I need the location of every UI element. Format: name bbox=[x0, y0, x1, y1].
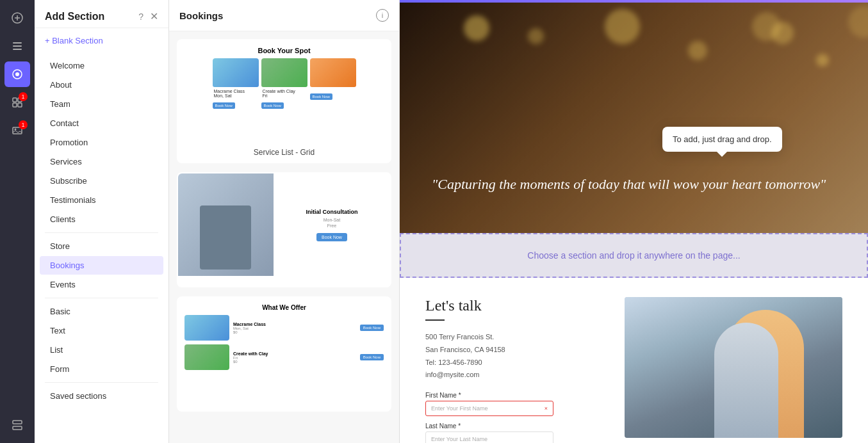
lastname-input[interactable]: Enter Your Last Name bbox=[425, 431, 553, 443]
notification-badge: 1 bbox=[19, 92, 28, 101]
design-icon[interactable] bbox=[4, 61, 30, 87]
card-preview-1: Book Your Spot Macrame Class Mon, Sat Bo… bbox=[178, 40, 390, 143]
section-card-what-we-offer[interactable]: What We Offer Macrame Class Mon, Sat $0 … bbox=[177, 296, 391, 412]
content-panel-body: Book Your Spot Macrame Class Mon, Sat Bo… bbox=[169, 31, 399, 443]
nav-saved[interactable]: Saved sections bbox=[40, 387, 163, 405]
notification-badge-2: 1 bbox=[19, 120, 28, 129]
offer-preview: What We Offer Macrame Class Mon, Sat $0 … bbox=[178, 298, 390, 400]
blank-section-button[interactable]: + Blank Section bbox=[45, 36, 158, 45]
icon-bar: 1 1 bbox=[0, 0, 35, 443]
content-panel: Bookings i Book Your Spot Macrame Class … bbox=[169, 0, 400, 443]
info-icon[interactable]: i bbox=[376, 9, 389, 22]
svg-rect-10 bbox=[13, 103, 17, 107]
offer-btn-2: Book Now bbox=[360, 354, 384, 360]
offer-price-2: $0 bbox=[233, 360, 356, 364]
card-label-2 bbox=[178, 276, 390, 286]
media-icon[interactable]: 1 bbox=[4, 118, 30, 143]
consult-duration: Mon-Sat bbox=[284, 218, 380, 222]
offer-btn-1: Book Now bbox=[360, 325, 384, 331]
book-btn-3: Book Now bbox=[310, 93, 332, 100]
book-title: Book Your Spot bbox=[184, 47, 384, 54]
svg-rect-3 bbox=[13, 42, 22, 44]
offer-info-2: Create with Clay Fri $0 bbox=[233, 351, 356, 364]
book-item-date-1: Mon, Sat bbox=[213, 93, 259, 98]
add-section-header: Add Section ? ✕ bbox=[35, 0, 168, 28]
section-card-service-grid[interactable]: Book Your Spot Macrame Class Mon, Sat Bo… bbox=[177, 39, 391, 163]
add-section-title: Add Section bbox=[45, 11, 104, 22]
firstname-placeholder: Enter Your First Name bbox=[431, 405, 488, 412]
nav-welcome[interactable]: Welcome bbox=[40, 56, 163, 75]
offer-row-1: Macrame Class Mon, Sat $0 Book Now bbox=[184, 315, 384, 341]
lastname-placeholder: Enter Your Last Name bbox=[431, 436, 487, 442]
drop-zone[interactable]: Choose a section and drop it anywhere on… bbox=[400, 233, 868, 278]
nav-bookings[interactable]: Bookings bbox=[40, 256, 163, 275]
add-section-panel: Add Section ? ✕ + Blank Section Welcome … bbox=[35, 0, 169, 443]
consult-price: Free bbox=[284, 223, 380, 228]
nav-subscribe[interactable]: Subscribe bbox=[40, 172, 163, 190]
contact-info: 500 Terry Francois St. San Francisco, CA… bbox=[425, 331, 612, 382]
nav-contact[interactable]: Contact bbox=[40, 114, 163, 133]
book-btn-2: Book Now bbox=[261, 102, 284, 109]
offer-img-1 bbox=[184, 315, 229, 341]
add-section-icon[interactable] bbox=[4, 5, 30, 31]
contact-right-image bbox=[625, 297, 842, 438]
sections-icon[interactable] bbox=[4, 412, 30, 438]
consultant-person bbox=[200, 205, 251, 270]
offer-items: Macrame Class Mon, Sat $0 Book Now Creat… bbox=[184, 315, 384, 370]
content-panel-title: Bookings bbox=[179, 10, 223, 21]
drop-zone-text: Choose a section and drop it anywhere on… bbox=[527, 250, 740, 261]
pages-icon[interactable] bbox=[4, 33, 30, 59]
tooltip: To add, just drag and drop. bbox=[662, 127, 782, 152]
contact-title: Let's talk bbox=[425, 297, 612, 314]
nav-services[interactable]: Services bbox=[40, 152, 163, 171]
close-icon[interactable]: ✕ bbox=[150, 10, 158, 22]
card-label-1: Service List - Grid bbox=[178, 143, 390, 162]
svg-rect-5 bbox=[13, 49, 22, 50]
contact-section: Let's talk 500 Terry Francois St. San Fr… bbox=[400, 278, 868, 443]
lastname-label: Last Name * bbox=[425, 423, 612, 430]
svg-rect-15 bbox=[13, 426, 22, 430]
nav-events[interactable]: Events bbox=[40, 275, 163, 294]
consultant-details: Initial Consultation Mon-Sat Free Book N… bbox=[274, 198, 390, 252]
nav-store[interactable]: Store bbox=[40, 237, 163, 255]
app-market-icon[interactable]: 1 bbox=[4, 90, 30, 115]
book-items: Macrame Class Mon, Sat Book Now Create w… bbox=[184, 58, 384, 109]
svg-point-13 bbox=[15, 129, 17, 131]
nav-form[interactable]: Form bbox=[40, 360, 163, 378]
main-preview: "Capturing the moments of today that wil… bbox=[400, 0, 868, 443]
nav-list[interactable]: List bbox=[40, 341, 163, 359]
firstname-input[interactable]: Enter Your First Name × bbox=[425, 401, 553, 416]
nav-team[interactable]: Team bbox=[40, 95, 163, 113]
card-preview-2: Initial Consultation Mon-Sat Free Book N… bbox=[178, 173, 390, 276]
svg-rect-14 bbox=[13, 421, 22, 424]
card-preview-3: What We Offer Macrame Class Mon, Sat $0 … bbox=[178, 298, 390, 400]
book-btn-1: Book Now bbox=[213, 102, 235, 109]
hero-quote: "Capturing the moments of today that wil… bbox=[432, 175, 836, 195]
book-item-3: Book Now bbox=[310, 58, 356, 109]
section-card-consultant[interactable]: Initial Consultation Mon-Sat Free Book N… bbox=[177, 172, 391, 287]
nav-clients[interactable]: Clients bbox=[40, 210, 163, 229]
offer-title: What We Offer bbox=[184, 304, 384, 311]
help-icon[interactable]: ? bbox=[138, 12, 143, 22]
book-item-date-2: Fri bbox=[261, 93, 307, 98]
consultant-img bbox=[178, 173, 274, 276]
nav-testimonials[interactable]: Testimonials bbox=[40, 191, 163, 209]
header-icons: ? ✕ bbox=[138, 10, 158, 22]
svg-rect-4 bbox=[13, 45, 22, 47]
consultant-preview: Initial Consultation Mon-Sat Free Book N… bbox=[178, 173, 390, 276]
nav-text[interactable]: Text bbox=[40, 321, 163, 340]
book-item-2: Create with Clay Fri Book Now bbox=[261, 58, 307, 109]
contact-divider bbox=[425, 319, 445, 321]
offer-name-1: Macrame Class bbox=[233, 322, 356, 326]
book-item-img-2 bbox=[261, 58, 307, 87]
nav-about[interactable]: About bbox=[40, 76, 163, 94]
contact-field-firstname: First Name * Enter Your First Name × bbox=[425, 392, 612, 416]
book-item-name-2: Create with Clay bbox=[261, 89, 307, 93]
nav-basic[interactable]: Basic bbox=[40, 302, 163, 321]
contact-field-lastname: Last Name * Enter Your Last Name bbox=[425, 423, 612, 443]
book-item-name-1: Macrame Class bbox=[213, 89, 259, 93]
sections-nav: Welcome About Team Contact Promotion Ser… bbox=[35, 53, 168, 443]
nav-promotion[interactable]: Promotion bbox=[40, 133, 163, 152]
content-panel-header: Bookings i bbox=[169, 0, 399, 31]
hero-section: "Capturing the moments of today that wil… bbox=[400, 3, 868, 233]
